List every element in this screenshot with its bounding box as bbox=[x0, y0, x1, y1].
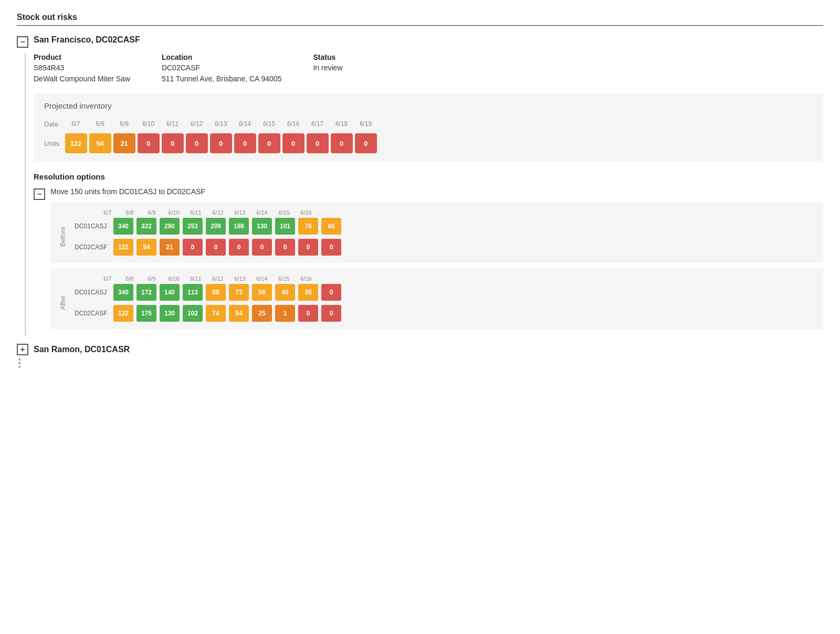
after-date-5: 6/12 bbox=[208, 276, 228, 282]
before-after-container: 6/76/86/96/106/116/126/136/146/156/16 Be… bbox=[50, 202, 823, 329]
projected-cell-4: 0 bbox=[162, 133, 184, 153]
sf-vertical-line bbox=[25, 53, 26, 335]
after-cell-0-0: 340 bbox=[113, 284, 133, 301]
projected-col-6: 6/130 bbox=[210, 118, 232, 153]
before-date-5: 6/12 bbox=[208, 209, 228, 216]
before-cell-1-9: 0 bbox=[321, 239, 341, 256]
after-cell-1-2: 130 bbox=[160, 305, 180, 322]
before-cell-0-9: 60 bbox=[321, 218, 341, 235]
sf-section-header: − San Francisco, DC02CASF bbox=[17, 35, 823, 48]
product-id: S894R43 bbox=[34, 62, 130, 73]
before-cell-1-6: 0 bbox=[252, 239, 272, 256]
projected-title: Projected inventory bbox=[44, 101, 813, 110]
before-row-0: DC01CASJ3403222902532091981301017860 bbox=[75, 218, 815, 235]
dot-2 bbox=[18, 362, 20, 364]
before-date-6: 6/13 bbox=[230, 209, 250, 216]
after-cell-0-4: 89 bbox=[206, 284, 226, 301]
resolution-option-content: Move 150 units from DC01CASJ to DC02CASF… bbox=[50, 187, 823, 329]
projected-date-3: 6/10 bbox=[142, 118, 154, 130]
before-date-9: 6/16 bbox=[296, 209, 316, 216]
product-name: DeWalt Compound Miter Saw bbox=[34, 73, 130, 84]
before-cell-0-5: 198 bbox=[229, 218, 249, 235]
projected-inventory-box: Projected inventory Date Units 6/71226/8… bbox=[34, 93, 823, 162]
projected-col-9: 6/160 bbox=[282, 118, 304, 153]
after-date-1: 6/8 bbox=[120, 276, 140, 282]
projected-date-10: 6/17 bbox=[311, 118, 323, 130]
before-inner: Before DC01CASJ3403222902532091981301017… bbox=[59, 218, 815, 256]
after-date-0: 6/7 bbox=[98, 276, 118, 282]
date-label: Date bbox=[44, 118, 60, 130]
after-row-0: DC01CASJ34017214011389735640350 bbox=[75, 284, 815, 301]
projected-col-2: 6/921 bbox=[113, 118, 135, 153]
projected-cell-9: 0 bbox=[282, 133, 304, 153]
before-cell-1-4: 0 bbox=[206, 239, 226, 256]
page-container: Stock out risks − San Francisco, DC02CAS… bbox=[17, 13, 823, 368]
before-row-1: DC02CASF12254210000000 bbox=[75, 239, 815, 256]
after-cell-0-6: 56 bbox=[252, 284, 272, 301]
after-cell-0-7: 40 bbox=[275, 284, 295, 301]
after-date-8: 6/15 bbox=[274, 276, 294, 282]
projected-cell-6: 0 bbox=[210, 133, 232, 153]
sf-content: Product S894R43 DeWalt Compound Miter Sa… bbox=[34, 53, 823, 335]
location-id: DC02CASF bbox=[162, 62, 282, 73]
after-cell-0-9: 0 bbox=[321, 284, 341, 301]
san-ramon-expand-button[interactable]: + bbox=[17, 344, 28, 355]
after-cell-1-1: 175 bbox=[136, 305, 156, 322]
projected-date-9: 6/16 bbox=[287, 118, 299, 130]
projected-date-2: 6/9 bbox=[120, 118, 129, 130]
projected-col-10: 6/170 bbox=[307, 118, 329, 153]
page-title: Stock out risks bbox=[17, 13, 823, 22]
projected-col-1: 6/854 bbox=[89, 118, 111, 153]
before-rows: DC01CASJ3403222902532091981301017860DC02… bbox=[75, 218, 815, 256]
projected-col-8: 6/150 bbox=[258, 118, 280, 153]
after-box: 6/76/86/96/106/116/126/136/146/156/16 Af… bbox=[50, 268, 823, 329]
projected-cell-10: 0 bbox=[307, 133, 329, 153]
after-cell-0-8: 35 bbox=[298, 284, 318, 301]
before-dates-header: 6/76/86/96/106/116/126/136/146/156/16 bbox=[98, 209, 815, 216]
after-cell-1-0: 122 bbox=[113, 305, 133, 322]
status-value: In review bbox=[313, 62, 342, 73]
projected-col-7: 6/140 bbox=[234, 118, 256, 153]
projected-col-3: 6/100 bbox=[138, 118, 160, 153]
after-date-4: 6/11 bbox=[186, 276, 206, 282]
projected-col-12: 6/190 bbox=[355, 118, 377, 153]
projected-cell-5: 0 bbox=[186, 133, 208, 153]
san-ramon-row: + San Ramon, DC01CASR bbox=[17, 344, 823, 355]
after-label: After bbox=[59, 295, 69, 310]
resolution-collapse-button[interactable]: − bbox=[34, 188, 45, 200]
title-divider bbox=[17, 25, 823, 26]
after-date-3: 6/10 bbox=[164, 276, 184, 282]
projected-cell-11: 0 bbox=[331, 133, 353, 153]
before-cell-1-7: 0 bbox=[275, 239, 295, 256]
before-cell-0-8: 78 bbox=[298, 218, 318, 235]
before-date-0: 6/7 bbox=[98, 209, 118, 216]
before-cell-0-2: 290 bbox=[160, 218, 180, 235]
projected-cell-7: 0 bbox=[234, 133, 256, 153]
projected-cell-12: 0 bbox=[355, 133, 377, 153]
projected-col-5: 6/120 bbox=[186, 118, 208, 153]
before-cell-1-3: 0 bbox=[183, 239, 203, 256]
projected-cell-2: 21 bbox=[113, 133, 135, 153]
after-inner: After DC01CASJ34017214011389735640350DC0… bbox=[59, 284, 815, 322]
before-cell-0-4: 209 bbox=[206, 218, 226, 235]
before-cell-0-6: 130 bbox=[252, 218, 272, 235]
after-cell-1-9: 0 bbox=[321, 305, 341, 322]
status-label: Status bbox=[313, 53, 342, 61]
after-date-9: 6/16 bbox=[296, 276, 316, 282]
san-ramon-title: San Ramon, DC01CASR bbox=[34, 345, 130, 354]
projected-date-4: 6/11 bbox=[166, 118, 178, 130]
before-label: Before bbox=[59, 227, 69, 247]
sf-section-body: Product S894R43 DeWalt Compound Miter Sa… bbox=[17, 53, 823, 335]
projected-col-11: 6/180 bbox=[331, 118, 353, 153]
after-row-label-0: DC01CASJ bbox=[75, 289, 110, 296]
after-row-1: DC02CASF122175130102745425100 bbox=[75, 305, 815, 322]
sf-vertical-line-col bbox=[17, 53, 34, 335]
more-icon bbox=[17, 358, 823, 368]
after-cell-1-4: 74 bbox=[206, 305, 226, 322]
after-cell-0-5: 73 bbox=[229, 284, 249, 301]
after-rows: DC01CASJ34017214011389735640350DC02CASF1… bbox=[75, 284, 815, 322]
projected-cell-8: 0 bbox=[258, 133, 280, 153]
sf-collapse-button[interactable]: − bbox=[17, 36, 28, 48]
grid-cols: 6/71226/8546/9216/1006/1106/1206/1306/14… bbox=[65, 118, 377, 153]
after-date-7: 6/14 bbox=[252, 276, 272, 282]
